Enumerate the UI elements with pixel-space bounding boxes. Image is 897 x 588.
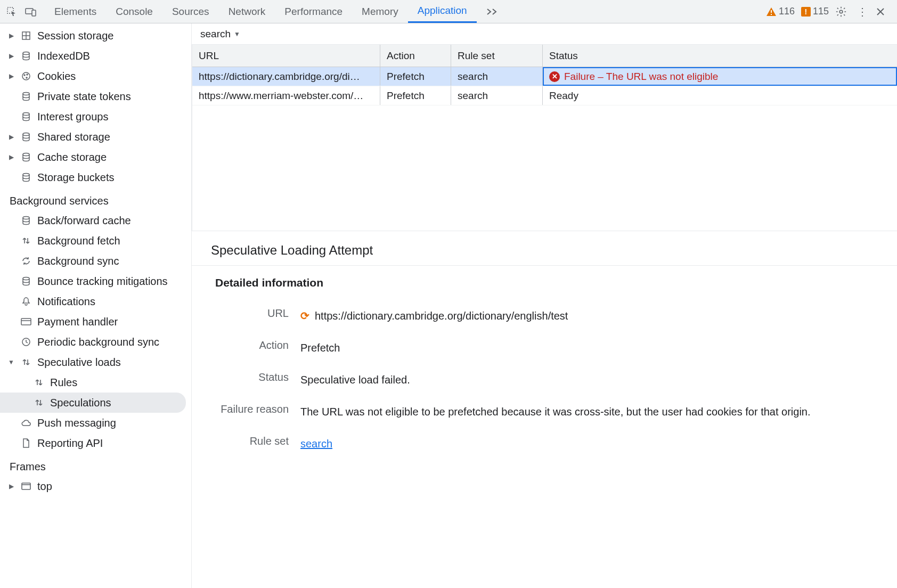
sidebar-item-label: Cookies xyxy=(37,70,76,83)
col-header-rule[interactable]: Rule set xyxy=(451,45,543,67)
caret-right-icon: ▶ xyxy=(7,483,15,490)
sidebar-item-push-messaging[interactable]: ▶Push messaging xyxy=(0,413,191,433)
error-icon: ! xyxy=(801,7,811,17)
more-tabs[interactable] xyxy=(477,0,508,23)
warnings-badge[interactable]: 116 xyxy=(766,6,795,17)
sidebar-item-label: Speculative loads xyxy=(37,356,121,369)
sidebar-item-label: Cache storage xyxy=(37,151,107,164)
cell-action: Prefetch xyxy=(380,67,451,86)
svg-rect-3 xyxy=(771,10,772,13)
tab-performance[interactable]: Performance xyxy=(275,0,352,23)
sidebar-item-interest-groups[interactable]: ▶Interest groups xyxy=(0,107,191,127)
ruleset-link[interactable]: search xyxy=(300,438,332,450)
svg-rect-24 xyxy=(22,483,30,489)
detail-grid: URL ⟳https://dictionary.cambridge.org/di… xyxy=(192,293,897,466)
sidebar-item-rules[interactable]: Rules xyxy=(0,372,191,393)
grid-icon xyxy=(20,31,32,40)
sidebar-item-speculative-loads[interactable]: ▼ Speculative loads xyxy=(0,352,191,372)
sidebar-item-periodic-background-sync[interactable]: ▶Periodic background sync xyxy=(0,332,191,352)
tab-strip: Elements Console Sources Network Perform… xyxy=(45,0,763,23)
tab-console[interactable]: Console xyxy=(106,0,162,23)
db-icon xyxy=(20,276,32,286)
col-header-url[interactable]: URL xyxy=(192,45,380,67)
svg-point-17 xyxy=(23,153,29,156)
application-sidebar: ▶Session storage▶IndexedDB▶Cookies▶Priva… xyxy=(0,23,192,588)
db-icon xyxy=(20,51,32,61)
tab-elements[interactable]: Elements xyxy=(45,0,106,23)
sidebar-item-label: Private state tokens xyxy=(37,91,131,103)
sidebar-item-background-sync[interactable]: ▶Background sync xyxy=(0,251,191,271)
sidebar-item-label: top xyxy=(37,480,52,493)
sidebar-item-storage-buckets[interactable]: ▶Storage buckets xyxy=(0,167,191,187)
errors-badge[interactable]: ! 115 xyxy=(801,6,829,17)
sidebar-item-reporting-api[interactable]: ▶Reporting API xyxy=(0,433,191,453)
sidebar-item-label: Back/forward cache xyxy=(37,215,131,227)
label-url: URL xyxy=(215,307,300,320)
tab-network[interactable]: Network xyxy=(219,0,275,23)
sidebar-item-label: Storage buckets xyxy=(37,172,115,184)
cell-url: https://dictionary.cambridge.org/di… xyxy=(192,67,380,86)
detail-subheader: Detailed information xyxy=(192,266,897,293)
caret-right-icon: ▶ xyxy=(7,72,15,80)
sidebar-item-indexeddb[interactable]: ▶IndexedDB xyxy=(0,46,191,66)
sidebar-item-cache-storage[interactable]: ▶Cache storage xyxy=(0,147,191,167)
card-icon xyxy=(20,317,32,326)
sidebar-item-background-fetch[interactable]: ▶Background fetch xyxy=(0,231,191,251)
settings-icon[interactable] xyxy=(835,6,849,18)
sidebar-item-bounce-tracking-mitigations[interactable]: ▶Bounce tracking mitigations xyxy=(0,271,191,291)
caret-right-icon: ▶ xyxy=(7,32,15,39)
more-icon[interactable]: ⋮ xyxy=(855,5,869,18)
sidebar-item-payment-handler[interactable]: ▶Payment handler xyxy=(0,312,191,332)
section-frames: Frames xyxy=(0,453,191,476)
sidebar-item-notifications[interactable]: ▶Notifications xyxy=(0,291,191,312)
errors-count: 115 xyxy=(813,6,829,17)
updown-icon xyxy=(33,378,45,387)
sidebar-item-cookies[interactable]: ▶Cookies xyxy=(0,66,191,86)
svg-point-12 xyxy=(27,74,28,75)
speculations-table: URL Action Rule set Status https://dicti… xyxy=(192,45,897,231)
sidebar-item-label: Rules xyxy=(50,377,77,389)
sidebar-item-label: Shared storage xyxy=(37,131,110,143)
svg-point-13 xyxy=(26,77,27,78)
detail-header: Speculative Loading Attempt xyxy=(192,231,897,266)
table-row[interactable]: https://dictionary.cambridge.org/di… Pre… xyxy=(192,67,897,86)
caret-down-icon: ▼ xyxy=(7,358,15,366)
sidebar-item-top-frame[interactable]: ▶ top xyxy=(0,476,191,496)
sidebar-item-speculations[interactable]: Speculations xyxy=(0,393,186,413)
device-icon[interactable] xyxy=(23,4,38,19)
tab-sources[interactable]: Sources xyxy=(162,0,219,23)
filter-dropdown[interactable]: search ▼ xyxy=(192,23,897,45)
sidebar-item-session-storage[interactable]: ▶Session storage xyxy=(0,26,191,46)
db-icon xyxy=(20,173,32,182)
svg-rect-21 xyxy=(21,318,31,325)
label-reason: Failure reason xyxy=(215,403,300,415)
inspect-icon[interactable] xyxy=(4,4,19,19)
initiator-icon: ⟳ xyxy=(300,310,309,322)
sidebar-item-back-forward-cache[interactable]: ▶Back/forward cache xyxy=(0,210,191,231)
sidebar-item-label: Push messaging xyxy=(37,417,116,429)
tab-application[interactable]: Application xyxy=(408,0,477,23)
svg-point-18 xyxy=(23,174,29,176)
content-pane: search ▼ URL Action Rule set Status http… xyxy=(192,23,897,588)
sidebar-item-label: Payment handler xyxy=(37,316,118,328)
caret-right-icon: ▶ xyxy=(7,52,15,60)
close-icon[interactable] xyxy=(876,7,890,17)
error-circle-icon: ✕ xyxy=(549,71,560,82)
svg-point-9 xyxy=(23,52,29,55)
label-action: Action xyxy=(215,339,300,352)
sidebar-item-private-state-tokens[interactable]: ▶Private state tokens xyxy=(0,86,191,107)
sidebar-item-shared-storage[interactable]: ▶Shared storage xyxy=(0,127,191,147)
svg-point-5 xyxy=(839,10,843,13)
sidebar-item-label: Background sync xyxy=(37,255,119,267)
cloud-icon xyxy=(20,419,32,427)
table-row[interactable]: https://www.merriam-webster.com/… Prefet… xyxy=(192,86,897,105)
col-header-action[interactable]: Action xyxy=(380,45,451,67)
col-header-status[interactable]: Status xyxy=(543,45,897,67)
devtools-toolbar: Elements Console Sources Network Perform… xyxy=(0,0,897,23)
sidebar-item-label: IndexedDB xyxy=(37,50,90,62)
label-status: Status xyxy=(215,371,300,383)
sidebar-item-label: Interest groups xyxy=(37,111,108,123)
cell-status: ✕ Failure – The URL was not eligible xyxy=(543,67,897,86)
tab-memory[interactable]: Memory xyxy=(352,0,408,23)
sidebar-item-label: Session storage xyxy=(37,30,113,42)
